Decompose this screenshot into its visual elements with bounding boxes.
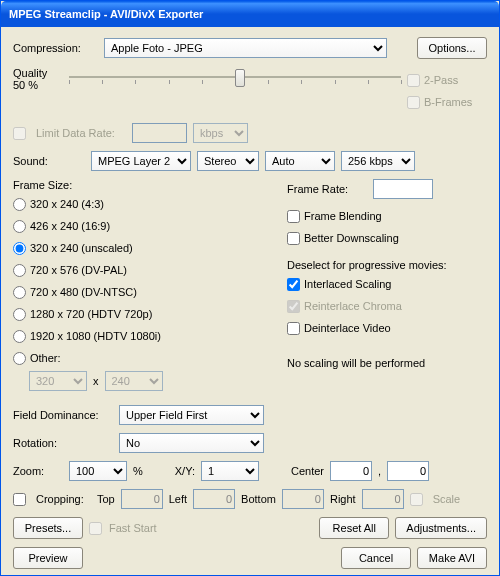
frame-size-label: Frame Size: (13, 179, 267, 191)
crop-left-input (193, 489, 235, 509)
rotation-select[interactable]: No (119, 433, 264, 453)
scaling-note: No scaling will be performed (287, 357, 487, 369)
fs-radio-5[interactable] (13, 308, 26, 321)
quality-value: 50 % (13, 79, 63, 91)
make-avi-button[interactable]: Make AVI (417, 547, 487, 569)
limit-rate-label: Limit Data Rate: (36, 127, 126, 139)
preview-button[interactable]: Preview (13, 547, 83, 569)
xy-label: X/Y: (175, 465, 195, 477)
center-label: Center (291, 465, 324, 477)
frame-blending-checkbox[interactable] (287, 210, 300, 223)
sound-label: Sound: (13, 155, 85, 167)
custom-width-select: 320 (29, 371, 87, 391)
xy-select[interactable]: 1 (201, 461, 259, 481)
crop-bottom-input (282, 489, 324, 509)
cropping-checkbox[interactable] (13, 493, 26, 506)
fs-radio-1[interactable] (13, 220, 26, 233)
sound-mode-select[interactable]: Auto (265, 151, 335, 171)
b-frames-checkbox (407, 96, 420, 109)
scale-checkbox (410, 493, 423, 506)
frame-size-group: 320 x 240 (4:3) 426 x 240 (16:9) 320 x 2… (13, 191, 267, 371)
quality-label: Quality (13, 67, 63, 79)
reset-button[interactable]: Reset All (319, 517, 389, 539)
compression-select[interactable]: Apple Foto - JPEG (104, 38, 387, 58)
sound-channels-select[interactable]: Stereo (197, 151, 259, 171)
window-title: MPEG Streamclip - AVI/DivX Exporter (9, 8, 203, 20)
fs-radio-0[interactable] (13, 198, 26, 211)
cropping-label: Cropping: (36, 493, 91, 505)
two-pass-checkbox (407, 74, 420, 87)
sound-bitrate-select[interactable]: 256 kbps (341, 151, 415, 171)
deselect-label: Deselect for progressive movies: (287, 259, 487, 271)
frame-rate-label: Frame Rate: (287, 183, 367, 195)
crop-top-input (121, 489, 163, 509)
fs-radio-7[interactable] (13, 352, 26, 365)
limit-rate-checkbox (13, 127, 26, 140)
crop-right-input (362, 489, 404, 509)
sound-codec-select[interactable]: MPEG Layer 2 (91, 151, 191, 171)
fs-radio-2[interactable] (13, 242, 26, 255)
fs-radio-4[interactable] (13, 286, 26, 299)
fs-radio-3[interactable] (13, 264, 26, 277)
deinterlace-checkbox[interactable] (287, 322, 300, 335)
center-x-input[interactable] (330, 461, 372, 481)
title-bar: MPEG Streamclip - AVI/DivX Exporter (1, 1, 499, 27)
two-pass-label: 2-Pass (424, 74, 458, 86)
fs-radio-6[interactable] (13, 330, 26, 343)
options-button[interactable]: Options... (417, 37, 487, 59)
b-frames-label: B-Frames (424, 96, 472, 108)
zoom-label: Zoom: (13, 465, 63, 477)
center-y-input[interactable] (387, 461, 429, 481)
custom-height-select: 240 (105, 371, 163, 391)
zoom-select[interactable]: 100 (69, 461, 127, 481)
reinterlace-checkbox (287, 300, 300, 313)
field-dominance-select[interactable]: Upper Field First (119, 405, 264, 425)
compression-label: Compression: (13, 42, 98, 54)
better-downscale-checkbox[interactable] (287, 232, 300, 245)
adjustments-button[interactable]: Adjustments... (395, 517, 487, 539)
cancel-button[interactable]: Cancel (341, 547, 411, 569)
frame-rate-input[interactable] (373, 179, 433, 199)
fast-start-checkbox (89, 522, 102, 535)
limit-rate-input (132, 123, 187, 143)
presets-button[interactable]: Presets... (13, 517, 83, 539)
rotation-label: Rotation: (13, 437, 113, 449)
field-dominance-label: Field Dominance: (13, 409, 113, 421)
quality-slider[interactable] (69, 67, 401, 87)
interlaced-checkbox[interactable] (287, 278, 300, 291)
limit-rate-unit: kbps (193, 123, 248, 143)
